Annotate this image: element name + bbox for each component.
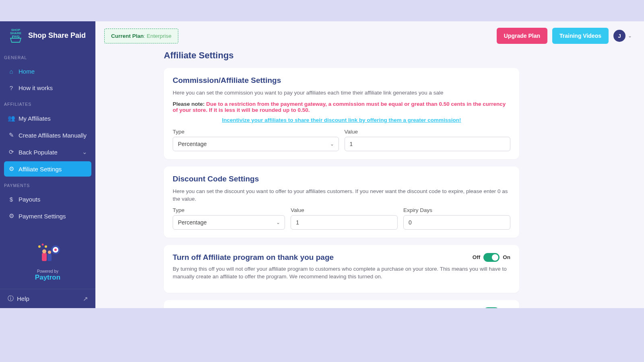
external-link-icon: ↗ [83, 295, 88, 302]
svg-rect-10 [47, 254, 52, 261]
discount-type-col: Type Percentage ⌄ [173, 207, 285, 230]
sidebar-item-label: My Affiliates [19, 115, 51, 122]
value-label: Value [291, 207, 398, 213]
toggle-area: Off On [473, 253, 510, 262]
svg-text:PAID: PAID [12, 35, 20, 38]
user-menu[interactable]: J ⌄ [613, 30, 632, 42]
logo-area[interactable]: SHOP SHARE PAID Shop Share Paid [0, 21, 95, 49]
nav-section-general: GENERAL [0, 49, 95, 63]
outer-frame: SHOP SHARE PAID Shop Share Paid GENERAL … [0, 0, 644, 362]
dollar-icon: $ [8, 196, 14, 203]
type-label: Type [173, 207, 285, 213]
commission-form-row: Type Percentage ⌄ Value [173, 129, 510, 151]
thankyou-toggle-row: Turn off Affiliate program on thank you … [173, 253, 510, 262]
sidebar-item-label: Home [19, 68, 35, 75]
card-desc: Here you can set the discount you want t… [173, 187, 510, 203]
credits-toggle-row: Pay your affiliates using in-store credi… [173, 307, 510, 308]
discount-type-select[interactable]: Percentage [173, 215, 285, 230]
nav-section-payments: PAYMENTS [0, 177, 95, 191]
chevron-down-icon: ⌄ [628, 33, 632, 39]
plan-value: : Enterprise [144, 33, 171, 39]
commission-type-col: Type Percentage ⌄ [173, 129, 339, 151]
commission-settings-card: Commission/Affiliate Settings Here you c… [164, 68, 519, 159]
topbar: Current Plan: Enterprise Upgrade Plan Tr… [95, 21, 644, 49]
powered-by-label: Powered by [0, 269, 95, 274]
payment-methods-card: Pay your affiliates using in-store credi… [164, 300, 519, 308]
svg-point-11 [48, 251, 51, 254]
edit-icon: ✎ [8, 132, 14, 139]
sliders-icon: ⚙ [8, 165, 14, 173]
discount-form-row: Type Percentage ⌄ Value Expiry Days [173, 207, 510, 230]
commission-value-col: Value [345, 129, 511, 151]
sidebar-item-label: Payment Settings [19, 213, 66, 220]
sidebar-item-my-affiliates[interactable]: 👥 My Affiliates [4, 111, 91, 126]
sidebar-item-back-populate[interactable]: ⟳ Back Populate ⌄ [4, 144, 91, 160]
thankyou-toggle[interactable] [483, 253, 500, 262]
credits-title: Pay your affiliates using in-store credi… [173, 307, 318, 308]
expiry-label: Expiry Days [403, 207, 510, 213]
value-label: Value [345, 129, 511, 135]
off-label: Off [473, 254, 481, 260]
topbar-right: Upgrade Plan Training Videos J ⌄ [497, 28, 632, 44]
refresh-icon: ⟳ [8, 148, 14, 156]
card-desc: Here you can set the commission you want… [173, 89, 510, 97]
app-root: SHOP SHARE PAID Shop Share Paid GENERAL … [0, 21, 644, 308]
sidebar-item-home[interactable]: ⌂ Home [4, 64, 91, 79]
sidebar-illustration [34, 242, 62, 266]
training-videos-button[interactable]: Training Videos [552, 28, 609, 44]
credits-toggle[interactable] [483, 307, 500, 308]
sidebar-item-label: Payouts [19, 196, 40, 203]
content-area: Affiliate Settings Commission/Affiliate … [95, 49, 644, 308]
gear-icon: ⚙ [8, 212, 14, 220]
note-label: Please note: [173, 101, 206, 107]
commission-note: Please note: Due to a restriction from t… [173, 101, 510, 113]
type-label: Type [173, 129, 339, 135]
logo-icon: SHOP SHARE PAID [7, 27, 24, 44]
discount-value-input[interactable] [291, 215, 398, 230]
current-plan-badge: Current Plan: Enterprise [104, 29, 178, 43]
chevron-down-icon: ⌄ [82, 148, 87, 156]
help-icon: ⓘ [7, 295, 14, 302]
home-icon: ⌂ [8, 68, 14, 75]
discount-value-col: Value [291, 207, 398, 230]
sidebar-item-payouts[interactable]: $ Payouts [4, 192, 91, 207]
page-title: Affiliate Settings [164, 50, 519, 61]
svg-point-9 [42, 249, 46, 253]
sidebar: SHOP SHARE PAID Shop Share Paid GENERAL … [0, 21, 95, 308]
plan-label: Current Plan [111, 33, 144, 39]
powered-by-brand: Paytron [0, 274, 95, 282]
card-title: Commission/Affiliate Settings [173, 76, 510, 85]
svg-point-7 [54, 249, 57, 251]
sidebar-item-payment-settings[interactable]: ⚙ Payment Settings [4, 208, 91, 224]
main-content: Current Plan: Enterprise Upgrade Plan Tr… [95, 21, 644, 308]
commission-value-input[interactable] [345, 137, 511, 151]
commission-type-select[interactable]: Percentage [173, 137, 339, 151]
avatar: J [613, 30, 625, 42]
sidebar-item-label: Back Populate [19, 149, 58, 156]
sidebar-item-affiliate-settings[interactable]: ⚙ Affiliate Settings [4, 161, 91, 177]
thankyou-toggle-card: Turn off Affiliate program on thank you … [164, 245, 519, 293]
on-label: On [503, 254, 510, 260]
sidebar-item-label: How it works [19, 84, 53, 91]
incentive-link[interactable]: Incentivize your affiliates to share the… [173, 117, 510, 123]
svg-point-12 [38, 245, 41, 248]
svg-point-14 [45, 245, 47, 248]
sidebar-item-label: Affiliate Settings [19, 166, 62, 173]
card-desc: By turning this off you will not offer y… [173, 265, 510, 281]
sidebar-footer: Powered by Paytron ⓘ Help ↗ [0, 238, 95, 308]
toggle-area: Off On [473, 307, 510, 308]
help-label: Help [17, 295, 29, 302]
card-title: Turn off Affiliate program on thank you … [173, 253, 334, 262]
discount-settings-card: Discount Code Settings Here you can set … [164, 167, 519, 238]
discount-expiry-input[interactable] [403, 215, 510, 230]
card-title: Discount Code Settings [173, 175, 510, 183]
sidebar-item-how-it-works[interactable]: ? How it works [4, 80, 91, 95]
upgrade-plan-button[interactable]: Upgrade Plan [497, 28, 547, 44]
svg-rect-8 [42, 253, 47, 261]
note-text: Due to a restriction from the payment ga… [173, 101, 506, 113]
sidebar-item-help[interactable]: ⓘ Help ↗ [0, 289, 95, 308]
sidebar-item-create-affiliates[interactable]: ✎ Create Affiliates Manually [4, 128, 91, 143]
users-icon: 👥 [8, 115, 14, 122]
sidebar-item-label: Create Affiliates Manually [19, 132, 87, 139]
app-name: Shop Share Paid [28, 31, 86, 40]
